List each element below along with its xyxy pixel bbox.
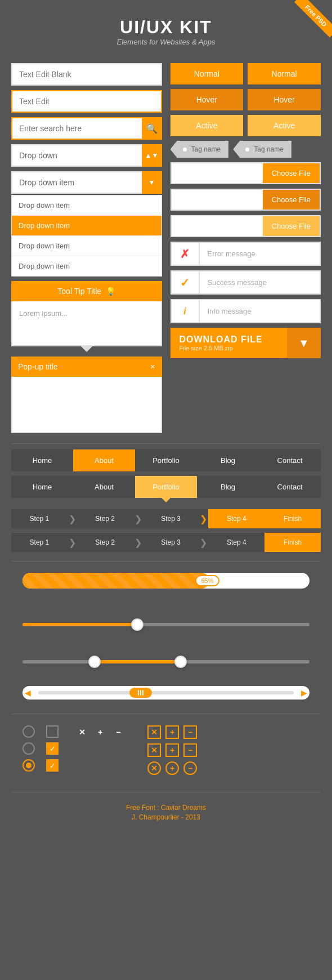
search-button[interactable]: 🔍	[142, 117, 162, 140]
info-message-text: Info message	[200, 300, 320, 322]
outline-minus-orange-1[interactable]: −	[183, 743, 197, 757]
nav-item-portfolio-1[interactable]: Portfolio	[135, 449, 197, 471]
dark-x-icon-1[interactable]: ✕	[75, 725, 89, 739]
search-field-wrap: 🔍	[11, 117, 162, 140]
list-item[interactable]: Drop down item	[12, 236, 161, 256]
popup-close-button[interactable]: ×	[150, 362, 155, 371]
step-3-1[interactable]: Step 3	[143, 509, 199, 528]
search-icon: 🔍	[146, 123, 158, 134]
text-edit-blank-input[interactable]	[11, 63, 162, 86]
nav-item-contact-2[interactable]: Contact	[259, 476, 321, 498]
list-item[interactable]: Drop down item	[12, 216, 161, 236]
circle-x-orange-1[interactable]: ✕	[147, 761, 161, 775]
download-arrow-icon: ▼	[298, 337, 309, 350]
error-message-text: Error message	[200, 243, 320, 265]
checkbox-unchecked-1[interactable]	[46, 725, 59, 738]
list-item[interactable]: Drop down item	[12, 195, 161, 216]
nav-item-contact-1[interactable]: Contact	[259, 449, 321, 471]
file-input-area-3	[172, 216, 263, 236]
outline-x-icon-1[interactable]: ✕	[75, 743, 89, 757]
dropdown-select-wrap: Drop down ▲▼	[11, 144, 162, 167]
slider-1-track	[23, 623, 309, 626]
step-3-2[interactable]: Step 3	[143, 533, 199, 552]
scrollbar-line-3	[142, 690, 143, 696]
step-1-2[interactable]: Step 1	[11, 533, 68, 552]
orange-action-group: ✕ + − ✕ + − ✕ + −	[147, 725, 197, 775]
file-input-area-2	[172, 190, 263, 210]
orange-plus-icon-1[interactable]: +	[165, 725, 179, 739]
outline-plus-orange-1[interactable]: +	[165, 743, 179, 757]
nav-item-home-2[interactable]: Home	[11, 476, 73, 498]
orange-minus-icon-1[interactable]: −	[183, 725, 197, 739]
slider-1-fill	[23, 623, 137, 626]
step-2-2[interactable]: Step 2	[77, 533, 133, 552]
step-1-1[interactable]: Step 1	[11, 509, 68, 528]
download-text-area: DOWNLOAD FILE File size 2.5 MB.zip	[171, 328, 288, 358]
active-button-1[interactable]: Active	[171, 115, 244, 136]
scrollbar-inner	[38, 691, 294, 694]
step-sep-1: ❯	[68, 514, 77, 524]
slider-1-thumb[interactable]	[131, 618, 143, 631]
choose-file-button-1[interactable]: Choose File	[263, 163, 320, 183]
choose-file-button-2[interactable]: Choose File	[263, 190, 320, 210]
step-4-2[interactable]: Step 4	[208, 533, 264, 552]
text-edit-input[interactable]	[11, 90, 162, 113]
progress-bar-outer: 65%	[23, 573, 309, 589]
nav-item-about-1[interactable]: About	[73, 449, 135, 471]
checkbox-row-2	[46, 742, 59, 755]
steps-bar-2: Step 1 ❯ Step 2 ❯ Step 3 ❯ Step 4 Finish	[11, 533, 321, 552]
choose-file-button-3[interactable]: Choose File	[263, 216, 320, 236]
outline-minus-icon-1[interactable]: −	[111, 743, 125, 757]
dark-action-group-1: ✕ + − ✕ + − ✕ + −	[75, 725, 125, 775]
checkbox-checked-1[interactable]	[46, 742, 59, 755]
success-icon: ✓	[172, 271, 200, 293]
radio-unchecked-2[interactable]	[23, 742, 35, 755]
tag-2[interactable]: Tag name	[233, 141, 291, 158]
nav-item-blog-2[interactable]: Blog	[197, 476, 259, 498]
orange-action-row-1: ✕ + −	[147, 725, 197, 739]
dark-plus-icon-1[interactable]: +	[93, 725, 107, 739]
nav-item-home-1[interactable]: Home	[11, 449, 73, 471]
scroll-right-arrow[interactable]: ▶	[301, 688, 307, 697]
step-4-1[interactable]: Step 4	[208, 509, 264, 528]
dark-minus-icon-1[interactable]: −	[111, 725, 125, 739]
circle-minus-orange-1[interactable]: −	[183, 761, 197, 775]
radio-unchecked-1[interactable]	[23, 725, 35, 738]
outline-x-orange-1[interactable]: ✕	[147, 743, 161, 757]
circle-minus-icon-1[interactable]: −	[111, 761, 125, 775]
download-button[interactable]: ▼	[287, 328, 321, 358]
scrollbar-handle[interactable]	[129, 688, 152, 698]
nav-item-about-2[interactable]: About	[73, 476, 135, 498]
circle-plus-icon-1[interactable]: +	[93, 761, 107, 775]
orange-x-icon-1[interactable]: ✕	[147, 725, 161, 739]
step-finish-1[interactable]: Finish	[264, 509, 321, 528]
scroll-left-arrow[interactable]: ◀	[25, 688, 31, 697]
dropdown-select[interactable]: Drop down	[11, 144, 162, 167]
info-message-box: i Info message	[171, 299, 321, 323]
nav-item-blog-1[interactable]: Blog	[197, 449, 259, 471]
circle-x-icon-1[interactable]: ✕	[75, 761, 89, 775]
list-item[interactable]: Drop down item	[12, 256, 161, 276]
nav-bar-2: Home About Portfolio Blog Contact	[11, 476, 321, 498]
tooltip-pointer	[81, 346, 92, 352]
slider-2-thumb-right[interactable]	[174, 656, 187, 668]
header: UI/UX KIT Elements for Websites & Apps F…	[0, 0, 332, 57]
progress-bar-fill: 65%	[23, 573, 209, 589]
checkbox-checked-2[interactable]	[46, 759, 59, 772]
step-2-1[interactable]: Step 2	[77, 509, 133, 528]
outline-plus-icon-1[interactable]: +	[93, 743, 107, 757]
active-button-2[interactable]: Active	[248, 115, 321, 136]
step-finish-2[interactable]: Finish	[264, 533, 321, 552]
hover-button-2[interactable]: Hover	[248, 89, 321, 110]
search-input[interactable]	[11, 117, 162, 140]
normal-button-2[interactable]: Normal	[248, 63, 321, 84]
radio-checked[interactable]	[23, 759, 35, 772]
circle-plus-orange-1[interactable]: +	[165, 761, 179, 775]
file-upload-1: Choose File	[171, 162, 321, 184]
nav-item-portfolio-2[interactable]: Portfolio	[135, 476, 197, 498]
slider-2-thumb-left[interactable]	[88, 656, 101, 668]
tag-1[interactable]: Tag name	[171, 141, 229, 158]
normal-button-1[interactable]: Normal	[171, 63, 244, 84]
dropdown-item-button[interactable]: Drop down item	[11, 171, 162, 194]
hover-button-1[interactable]: Hover	[171, 89, 244, 110]
